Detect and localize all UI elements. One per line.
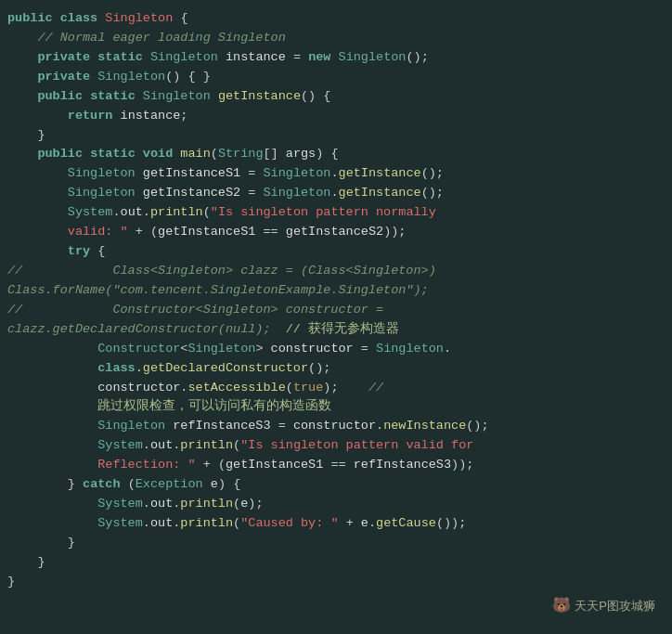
code-line-12: valid: " + (getInstanceS1 == getInstance…: [0, 223, 672, 242]
code-line-25: } catch (Exception e) {: [0, 475, 672, 495]
code-line-2: // Normal eager loading Singleton: [0, 29, 672, 48]
watermark: 🐻 天天P图攻城狮: [552, 594, 655, 617]
code-line-17: clazz.getDeclaredConstructor(null); // 获…: [0, 320, 672, 340]
code-line-23: System.out.println("Is singleton pattern…: [0, 436, 672, 456]
code-line-16: // Constructor<Singleton> constructor =: [0, 301, 672, 320]
code-line-10: Singleton getInstanceS2 = Singleton.getI…: [0, 184, 672, 203]
code-line-11: System.out.println("Is singleton pattern…: [0, 203, 672, 223]
code-line-19: class.getDeclaredConstructor();: [0, 359, 672, 379]
code-line-3: private static Singleton instance = new …: [0, 48, 672, 68]
code-line-14: // Class<Singleton> clazz = (Class<Singl…: [0, 262, 672, 281]
code-line-4: private Singleton() { }: [0, 68, 672, 87]
code-line-30: }: [0, 573, 672, 592]
code-line-24: Reflection: " + (getInstanceS1 == refIns…: [0, 456, 672, 475]
code-line-6: return instance;: [0, 107, 672, 126]
code-line-21: 跳过权限检查，可以访问私有的构造函数: [0, 397, 672, 417]
code-line-7: }: [0, 126, 672, 146]
watermark-icon: 🐻: [552, 594, 571, 617]
code-line-1: public class Singleton {: [0, 9, 672, 29]
watermark-text: 天天P图攻城狮: [575, 597, 655, 615]
code-line-26: System.out.println(e);: [0, 495, 672, 514]
code-line-22: Singleton refInstanceS3 = constructor.ne…: [0, 417, 672, 436]
code-line-28: }: [0, 534, 672, 553]
code-line-27: System.out.println("Caused by: " + e.get…: [0, 514, 672, 534]
code-line-13: try {: [0, 242, 672, 262]
code-line-5: public static Singleton getInstance() {: [0, 87, 672, 107]
code-line-18: Constructor<Singleton> constructor = Sin…: [0, 340, 672, 359]
code-line-20: constructor.setAccessible(true); //: [0, 379, 672, 398]
code-block: public class Singleton { // Normal eager…: [0, 0, 672, 634]
code-line-15: Class.forName("com.tencent.SingletonExam…: [0, 281, 672, 301]
code-line-29: }: [0, 553, 672, 573]
code-line-8: public static void main(String[] args) {: [0, 145, 672, 164]
code-line-9: Singleton getInstanceS1 = Singleton.getI…: [0, 164, 672, 184]
